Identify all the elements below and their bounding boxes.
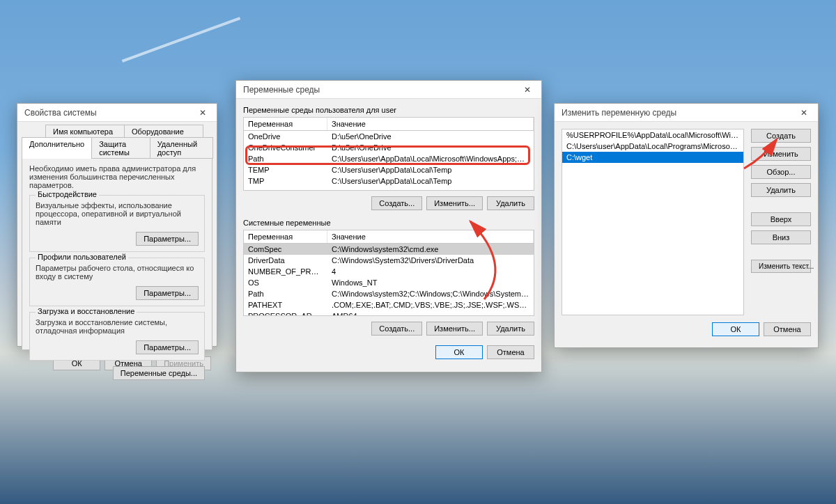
- group-legend: Профили пользователей: [36, 253, 128, 261]
- browse-button[interactable]: Обзор...: [751, 165, 811, 179]
- move-up-button[interactable]: Вверх: [751, 212, 811, 226]
- col-var: Переменная: [244, 118, 327, 130]
- var-value: C:\Windows\system32;C:\Windows;C:\Window…: [327, 289, 534, 299]
- user-vars-header: Переменная Значение: [243, 117, 534, 131]
- sys-edit-button[interactable]: Изменить...: [426, 322, 483, 336]
- cancel-button[interactable]: Отмена: [764, 322, 811, 336]
- window-title: Свойства системы: [24, 108, 193, 118]
- sys-new-button[interactable]: Создать...: [371, 322, 422, 336]
- edit-text-button[interactable]: Изменить текст...: [751, 260, 811, 273]
- performance-settings-button[interactable]: Параметры...: [136, 232, 199, 246]
- table-row[interactable]: ComSpecC:\Windows\system32\cmd.exe: [244, 244, 534, 255]
- list-item[interactable]: %USERPROFILE%\AppData\Local\Microsoft\Wi…: [562, 129, 743, 141]
- var-name: Path: [244, 154, 327, 164]
- var-value: C:\Users\user\AppData\Local\Temp: [327, 176, 534, 186]
- path-list[interactable]: %USERPROFILE%\AppData\Local\Microsoft\Wi…: [562, 129, 744, 315]
- list-item[interactable]: C:\wget: [562, 152, 743, 163]
- startup-recovery-settings-button[interactable]: Параметры...: [136, 340, 199, 354]
- sys-delete-button[interactable]: Удалить: [487, 322, 534, 336]
- table-row[interactable]: OneDriveD:\u5er\OneDrive: [244, 131, 534, 142]
- tab-computer-name[interactable]: Имя компьютера: [45, 125, 125, 138]
- var-name: PROCESSOR_ARCHITECTURE: [244, 311, 327, 316]
- dialog-buttons: ОК Отмена: [555, 322, 818, 343]
- col-var: Переменная: [244, 230, 327, 243]
- var-value: C:\Users\user\AppData\Local\Temp: [327, 165, 534, 175]
- var-name: TMP: [244, 176, 327, 186]
- table-row[interactable]: NUMBER_OF_PROCESSORS4: [244, 266, 534, 277]
- var-name: DriverData: [244, 255, 327, 265]
- table-row[interactable]: TEMPC:\Users\user\AppData\Local\Temp: [244, 164, 534, 175]
- window-title: Изменить переменную среды: [562, 108, 794, 118]
- user-delete-button[interactable]: Удалить: [487, 196, 534, 210]
- var-value: 4: [327, 267, 534, 276]
- user-edit-button[interactable]: Изменить...: [426, 196, 483, 210]
- system-vars-list[interactable]: ComSpecC:\Windows\system32\cmd.exeDriver…: [243, 244, 534, 316]
- tab-advanced[interactable]: Дополнительно: [22, 137, 92, 159]
- environment-variables-button[interactable]: Переменные среды...: [113, 366, 205, 380]
- dialog-system-properties: Свойства системы ✕ Имя компьютера Оборуд…: [17, 103, 217, 347]
- table-row[interactable]: PATHEXT.COM;.EXE;.BAT;.CMD;.VBS;.VBE;.JS…: [244, 299, 534, 310]
- group-startup-recovery: Загрузка и восстановление Загрузка и вос…: [29, 312, 205, 361]
- table-row[interactable]: PathC:\Windows\system32;C:\Windows;C:\Wi…: [244, 288, 534, 299]
- titlebar[interactable]: Переменные среды ✕: [236, 81, 541, 99]
- cancel-button[interactable]: Отмена: [487, 345, 534, 359]
- var-name: ComSpec: [244, 244, 327, 254]
- group-legend: Быстродействие: [36, 190, 99, 198]
- delete-button[interactable]: Удалить: [751, 183, 811, 197]
- var-value: D:\u5er\OneDrive: [327, 132, 534, 141]
- user-vars-list[interactable]: OneDriveD:\u5er\OneDriveOneDriveConsumer…: [243, 131, 534, 191]
- group-desc: Параметры рабочего стола, относящиеся ко…: [36, 264, 199, 281]
- ok-button[interactable]: ОК: [435, 345, 483, 359]
- ok-button[interactable]: ОК: [712, 322, 759, 336]
- close-icon[interactable]: ✕: [518, 83, 537, 97]
- titlebar[interactable]: Изменить переменную среды ✕: [555, 104, 818, 122]
- table-row[interactable]: TMPC:\Users\user\AppData\Local\Temp: [244, 175, 534, 187]
- col-val: Значение: [327, 118, 534, 130]
- table-row[interactable]: PROCESSOR_ARCHITECTUREAMD64: [244, 310, 534, 316]
- close-icon[interactable]: ✕: [193, 106, 212, 120]
- move-down-button[interactable]: Вниз: [751, 230, 811, 244]
- tabs-row-1: Имя компьютера Оборудование: [45, 125, 212, 138]
- window-title: Переменные среды: [243, 85, 518, 95]
- table-row[interactable]: OSWindows_NT: [244, 277, 534, 288]
- var-name: OneDrive: [244, 132, 327, 141]
- tab-panel-advanced: Необходимо иметь права администратора дл…: [22, 158, 212, 350]
- admin-note: Необходимо иметь права администратора дл…: [29, 164, 205, 189]
- new-button[interactable]: Создать: [751, 129, 811, 143]
- edit-button[interactable]: Изменить: [751, 147, 811, 161]
- table-row[interactable]: OneDriveConsumerD:\u5er\OneDrive: [244, 142, 534, 153]
- col-val: Значение: [327, 230, 534, 243]
- var-value: C:\Users\user\AppData\Local\Microsoft\Wi…: [327, 154, 534, 164]
- var-value: C:\Windows\system32\cmd.exe: [327, 244, 534, 254]
- var-value: C:\Windows\System32\Drivers\DriverData: [327, 255, 534, 265]
- dialog-content: Переменные среды пользователя для user П…: [236, 99, 541, 366]
- var-name: OneDriveConsumer: [244, 143, 327, 152]
- dialog-edit-env-variable: Изменить переменную среды ✕ %USERPROFILE…: [554, 103, 819, 348]
- sky-trail: [122, 17, 241, 62]
- tab-system-protection[interactable]: Защита системы: [91, 137, 150, 159]
- group-performance: Быстродействие Визуальные эффекты, испол…: [29, 195, 205, 252]
- user-new-button[interactable]: Создать...: [371, 196, 422, 210]
- var-name: TEMP: [244, 165, 327, 175]
- var-name: OS: [244, 278, 327, 288]
- group-user-profiles: Профили пользователей Параметры рабочего…: [29, 258, 205, 306]
- user-profiles-settings-button[interactable]: Параметры...: [136, 286, 199, 300]
- tab-hardware[interactable]: Оборудование: [124, 125, 203, 138]
- table-row[interactable]: DriverDataC:\Windows\System32\Drivers\Dr…: [244, 255, 534, 266]
- var-name: PATHEXT: [244, 300, 327, 310]
- var-name: NUMBER_OF_PROCESSORS: [244, 267, 327, 276]
- titlebar[interactable]: Свойства системы ✕: [17, 104, 217, 122]
- list-item[interactable]: C:\Users\user\AppData\Local\Programs\Mic…: [562, 141, 743, 152]
- close-icon[interactable]: ✕: [794, 106, 814, 120]
- system-vars-label: Системные переменные: [243, 219, 534, 227]
- tabs-row-2: Дополнительно Защита системы Удаленный д…: [22, 137, 212, 159]
- system-vars-header: Переменная Значение: [243, 230, 534, 244]
- var-value: D:\u5er\OneDrive: [327, 143, 534, 152]
- tab-remote[interactable]: Удаленный доступ: [150, 137, 213, 159]
- var-value: Windows_NT: [327, 278, 534, 288]
- user-vars-label: Переменные среды пользователя для user: [243, 106, 534, 114]
- table-row[interactable]: PathC:\Users\user\AppData\Local\Microsof…: [244, 153, 534, 164]
- var-value: .COM;.EXE;.BAT;.CMD;.VBS;.VBE;.JS;.JSE;.…: [327, 300, 534, 310]
- group-desc: Загрузка и восстановление системы, отлад…: [36, 318, 199, 335]
- dialog-content: %USERPROFILE%\AppData\Local\Microsoft\Wi…: [555, 122, 818, 322]
